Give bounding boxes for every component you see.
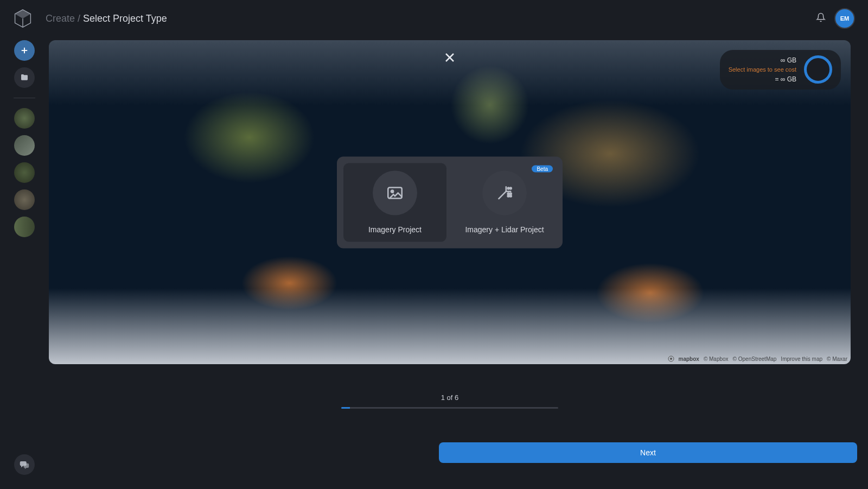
user-avatar[interactable]: EM [834, 8, 855, 29]
notifications-icon[interactable] [816, 12, 826, 24]
create-button[interactable] [14, 40, 35, 61]
avatar-initials: EM [840, 15, 850, 22]
svg-point-14 [508, 195, 509, 197]
project-thumbnail-1[interactable] [14, 108, 35, 129]
image-icon [373, 171, 417, 215]
mapbox-logo-icon [668, 355, 674, 362]
attribution-improve[interactable]: Improve this map [781, 356, 822, 362]
project-type-modal: Imagery Project Beta Image [337, 156, 563, 248]
mapbox-logo-text: mapbox [679, 356, 699, 362]
storage-capacity: ∞ GB [729, 55, 796, 65]
svg-point-12 [510, 193, 512, 195]
option-lidar-label: Imagery + Lidar Project [465, 225, 544, 234]
breadcrumb: Create / Select Project Type [46, 13, 167, 24]
storage-remaining: = ∞ GB [729, 74, 796, 84]
storage-panel: ∞ GB Select images to see cost = ∞ GB [720, 50, 841, 90]
next-button[interactable]: Next [439, 442, 857, 463]
svg-point-8 [391, 190, 393, 193]
map-background[interactable]: ∞ GB Select images to see cost = ∞ GB Im… [49, 40, 851, 364]
step-text: 1 of 6 [49, 393, 851, 402]
svg-point-10 [510, 188, 512, 189]
beta-badge: Beta [532, 165, 553, 172]
attribution-mapbox[interactable]: © Mapbox [704, 356, 729, 362]
chat-button[interactable] [14, 454, 35, 475]
svg-point-16 [670, 358, 672, 360]
close-button[interactable] [443, 51, 456, 64]
progress-fill [341, 407, 350, 409]
svg-point-11 [508, 193, 509, 195]
breadcrumb-current: Select Project Type [83, 13, 167, 24]
svg-marker-1 [15, 10, 31, 18]
step-indicator: 1 of 6 [49, 393, 851, 409]
storage-gauge-icon [804, 55, 832, 84]
breadcrumb-sep: / [75, 13, 83, 24]
storage-hint: Select images to see cost [729, 65, 796, 74]
sidebar [0, 37, 49, 489]
lidar-icon [482, 171, 527, 215]
map-attribution: mapbox © Mapbox © OpenStreetMap Improve … [668, 355, 847, 362]
breadcrumb-root[interactable]: Create [46, 13, 75, 24]
option-imagery-project[interactable]: Imagery Project [343, 163, 446, 242]
sidebar-separator [14, 98, 35, 98]
project-thumbnail-3[interactable] [14, 162, 35, 183]
project-thumbnail-5[interactable] [14, 217, 35, 237]
option-imagery-lidar-project[interactable]: Beta Imagery + Lidar Project [453, 163, 556, 242]
folder-button[interactable] [14, 67, 35, 88]
project-thumbnail-4[interactable] [14, 189, 35, 210]
progress-bar [341, 407, 558, 409]
next-button-label: Next [640, 448, 656, 457]
main-area: ∞ GB Select images to see cost = ∞ GB Im… [49, 37, 851, 489]
header: Create / Select Project Type EM [0, 0, 868, 37]
attribution-osm[interactable]: © OpenStreetMap [733, 356, 777, 362]
option-imagery-label: Imagery Project [368, 225, 422, 234]
project-thumbnail-2[interactable] [14, 135, 35, 156]
svg-point-13 [510, 195, 512, 197]
svg-point-9 [508, 188, 509, 189]
app-logo[interactable] [13, 9, 33, 28]
attribution-maxar[interactable]: © Maxar [827, 356, 847, 362]
